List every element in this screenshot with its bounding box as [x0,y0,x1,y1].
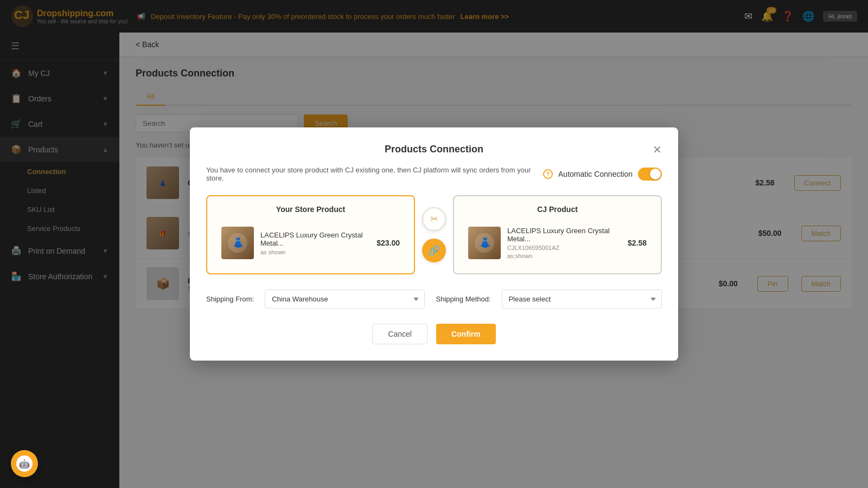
cj-product-price: $2.58 [628,239,647,247]
modal-overlay[interactable]: Products Connection ✕ You have to connec… [0,0,868,488]
link-icon-button[interactable]: 🔗 [422,239,446,262]
cj-product-name: LACELIPS Luxury Green Crystal Metal... [507,227,621,243]
unlink-icon-button[interactable]: ✂ [422,207,446,231]
store-product-name: LACELIPS Luxury Green Crystal Metal... [260,231,370,247]
auto-connection-toggle[interactable] [638,168,662,181]
chatbot-face: 🤖 [16,455,33,472]
cj-product-variant: as;shown [507,253,621,259]
store-product-image: 👗 [221,227,254,259]
auto-connection-row: ? Automatic Connection [543,168,662,181]
products-connection-area: Your Store Product 👗 LACELIPS Luxury Gre… [206,195,662,274]
modal-info-text: You have to connect your store product w… [206,166,532,182]
auto-connection-label: Automatic Connection [558,170,633,178]
cancel-button[interactable]: Cancel [372,324,427,344]
shipping-row: Shipping From: China Warehouse US Wareho… [206,290,662,309]
cj-product-sku: CJLX106595001AZ [507,245,621,251]
store-product-variant: as shown [260,249,370,255]
modal-header: Products Connection ✕ [206,144,662,155]
modal-actions: Cancel Confirm [206,324,662,344]
confirm-button[interactable]: Confirm [436,324,496,344]
chatbot-button[interactable]: 🤖 [11,450,38,477]
store-product-title: Your Store Product [216,205,405,214]
cj-product-card: 👗 LACELIPS Luxury Green Crystal Metal...… [463,221,652,265]
cj-product-title: CJ Product [463,205,652,214]
shipping-method-select[interactable]: Please select [502,290,662,309]
cj-product-info: LACELIPS Luxury Green Crystal Metal... C… [507,227,621,259]
products-connection-modal: Products Connection ✕ You have to connec… [190,127,678,361]
store-product-box: Your Store Product 👗 LACELIPS Luxury Gre… [206,195,415,274]
svg-text:👗: 👗 [479,236,492,248]
cj-product-box: CJ Product 👗 LACELIPS Luxury Green Cryst… [453,195,662,274]
cj-product-image: 👗 [468,227,501,259]
toggle-knob [650,169,661,179]
connection-icons-area: ✂ 🔗 [415,207,453,262]
store-product-price: $23.00 [376,239,400,247]
store-product-info: LACELIPS Luxury Green Crystal Metal... a… [260,231,370,255]
modal-close-button[interactable]: ✕ [653,143,662,156]
modal-title: Products Connection [385,144,483,155]
shipping-from-select[interactable]: China Warehouse US Warehouse EU Warehous… [265,290,425,309]
modal-info-row: You have to connect your store product w… [206,166,662,182]
store-product-card: 👗 LACELIPS Luxury Green Crystal Metal...… [216,221,405,265]
shipping-method-label: Shipping Method: [436,295,490,303]
auto-connection-help-icon[interactable]: ? [543,169,553,179]
shipping-from-label: Shipping From: [206,295,254,303]
svg-text:👗: 👗 [232,236,245,248]
